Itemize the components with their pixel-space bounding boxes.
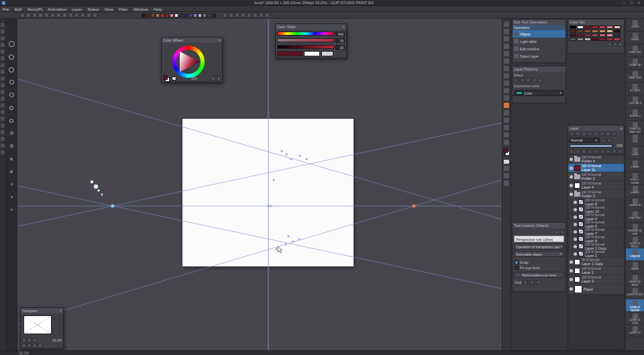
layer-row[interactable]: 100 % Normal Layer 2 Copy bbox=[568, 243, 624, 250]
visibility-eye-icon[interactable] bbox=[574, 230, 577, 234]
command-item[interactable]: Zoom fit bbox=[626, 325, 644, 338]
cut-icon[interactable] bbox=[50, 13, 55, 17]
material-icon[interactable] bbox=[1, 30, 5, 34]
brush-slot[interactable] bbox=[9, 101, 13, 114]
color-swatch[interactable] bbox=[165, 13, 169, 17]
subtool-group-header[interactable]: Operation bbox=[513, 25, 566, 30]
visibility-eye-icon[interactable] bbox=[570, 287, 573, 291]
layer-color-icon[interactable] bbox=[594, 132, 598, 136]
border-effect-icon[interactable] bbox=[514, 78, 519, 83]
color-swatch[interactable] bbox=[212, 13, 216, 17]
tool-property-checkbox[interactable]: ✓ Fix eye level bbox=[513, 265, 566, 270]
blend-mode-icon[interactable] bbox=[570, 132, 574, 136]
menu-item[interactable]: Filter bbox=[116, 6, 131, 12]
rotate-right-icon[interactable] bbox=[28, 344, 32, 348]
color-set-swatch[interactable] bbox=[577, 34, 584, 37]
close-button[interactable]: × bbox=[635, 0, 643, 5]
grid-icon[interactable] bbox=[223, 13, 227, 17]
brush-slot[interactable] bbox=[10, 140, 13, 152]
canvas-area[interactable]: Color Wheel × 160 Color Slider × bbox=[17, 19, 502, 350]
menu-item[interactable]: Animation bbox=[45, 6, 69, 12]
color-slider-track[interactable] bbox=[277, 32, 334, 36]
main-color-swatch[interactable] bbox=[503, 148, 508, 153]
color-slider-track[interactable] bbox=[277, 38, 334, 42]
command-item[interactable]: Paste bbox=[626, 159, 644, 172]
visibility-eye-icon[interactable] bbox=[570, 269, 573, 272]
command-item[interactable]: Lasso M bbox=[626, 197, 644, 210]
material-icon[interactable] bbox=[259, 13, 264, 17]
visibility-eye-icon[interactable] bbox=[570, 158, 573, 161]
zoom-tool-icon[interactable] bbox=[504, 21, 509, 27]
color-set-swatch[interactable] bbox=[606, 34, 613, 37]
fit-screen-icon[interactable] bbox=[33, 338, 37, 342]
transfer-to-lower-icon[interactable] bbox=[588, 149, 592, 154]
tone-effect-icon[interactable] bbox=[520, 78, 525, 83]
command-item[interactable]: Art grid bbox=[626, 83, 644, 95]
command-item[interactable]: Copy bbox=[626, 146, 644, 159]
command-item[interactable]: Turn art 3 bbox=[626, 95, 644, 108]
brush-slot[interactable] bbox=[9, 89, 14, 101]
brush-slot[interactable] bbox=[9, 63, 14, 76]
sub-view-icon[interactable] bbox=[1, 144, 5, 148]
color-set-swatch[interactable] bbox=[584, 30, 591, 33]
layer-row[interactable]: 100 % Normal Layer 9 bbox=[568, 236, 624, 243]
color-set-swatch[interactable] bbox=[570, 38, 576, 41]
command-item[interactable]: Paint out bbox=[626, 44, 644, 57]
layer-row[interactable]: Paper bbox=[568, 284, 624, 295]
main-color-swatch[interactable] bbox=[277, 51, 303, 56]
brush-slot[interactable] bbox=[10, 165, 13, 178]
rotate-left-icon[interactable] bbox=[87, 13, 91, 17]
visibility-eye-icon[interactable] bbox=[570, 184, 573, 187]
color-swatch[interactable] bbox=[174, 13, 178, 17]
command-item[interactable]: Cut bbox=[626, 134, 644, 146]
eyedropper-tool-icon[interactable] bbox=[504, 44, 509, 49]
brush-slot[interactable] bbox=[9, 38, 15, 50]
command-item[interactable]: Redo bbox=[626, 32, 644, 44]
move-tool-icon[interactable] bbox=[504, 29, 509, 34]
color-swatch[interactable] bbox=[146, 13, 150, 17]
subtool-detail-icon[interactable] bbox=[1, 77, 5, 81]
open-file-icon[interactable] bbox=[26, 13, 31, 17]
brush-slot[interactable] bbox=[10, 152, 13, 165]
snap-grid-icon[interactable] bbox=[241, 13, 246, 17]
layer-row[interactable]: 100 % Normal Layer 7 bbox=[568, 228, 624, 236]
color-set-swatch[interactable] bbox=[570, 26, 576, 29]
snap-ruler-icon[interactable] bbox=[229, 13, 233, 17]
paste-icon[interactable] bbox=[62, 13, 67, 17]
reset-color-icon[interactable] bbox=[504, 173, 509, 179]
lock-layer-icon[interactable] bbox=[606, 149, 610, 154]
color-swatch[interactable] bbox=[193, 13, 197, 17]
command-item[interactable]: Insert in start out bbox=[626, 121, 644, 134]
color-swatch[interactable] bbox=[151, 13, 155, 17]
rotate-left-icon[interactable] bbox=[22, 344, 26, 348]
command-item[interactable]: Quick A tool bbox=[626, 287, 644, 299]
navigator-icon[interactable] bbox=[1, 83, 5, 87]
navigator-preview[interactable] bbox=[23, 315, 52, 334]
layer-row[interactable]: 100 % Normal Layer 3 bbox=[568, 275, 624, 284]
quick-access-icon[interactable] bbox=[1, 23, 5, 27]
reset-view-icon[interactable] bbox=[38, 344, 42, 348]
color-set-swatch[interactable] bbox=[614, 34, 621, 37]
operation-tool-icon[interactable] bbox=[504, 36, 509, 42]
new-raster-layer-icon[interactable] bbox=[570, 149, 574, 154]
command-item[interactable]: Undo bbox=[626, 19, 644, 32]
clipping-mask-icon[interactable] bbox=[600, 149, 604, 154]
visibility-eye-icon[interactable] bbox=[574, 215, 577, 219]
horizontalize-eye-level-button[interactable]: Horizontalize eye level bbox=[514, 272, 564, 278]
pen-pressure-icon[interactable] bbox=[1, 63, 5, 67]
brush-slot[interactable] bbox=[9, 76, 14, 89]
color-set-swatch[interactable] bbox=[606, 30, 613, 33]
menu-item[interactable]: Select bbox=[85, 6, 101, 12]
light-table-icon[interactable] bbox=[247, 13, 252, 17]
main-color-swatch[interactable] bbox=[163, 75, 168, 80]
tool-property-icon[interactable] bbox=[1, 103, 5, 107]
color-set-swatch[interactable] bbox=[570, 30, 576, 33]
command-item[interactable]: Main line bbox=[626, 70, 644, 83]
zoom-in-icon[interactable] bbox=[28, 338, 32, 342]
layer-property-icon[interactable] bbox=[1, 97, 5, 101]
color-set-swatch[interactable] bbox=[584, 34, 591, 37]
transparent-color-swatch[interactable] bbox=[504, 160, 509, 164]
menu-item[interactable]: View bbox=[102, 6, 116, 12]
color-set-swatch[interactable] bbox=[599, 34, 606, 37]
color-chip-pair[interactable] bbox=[503, 148, 511, 156]
